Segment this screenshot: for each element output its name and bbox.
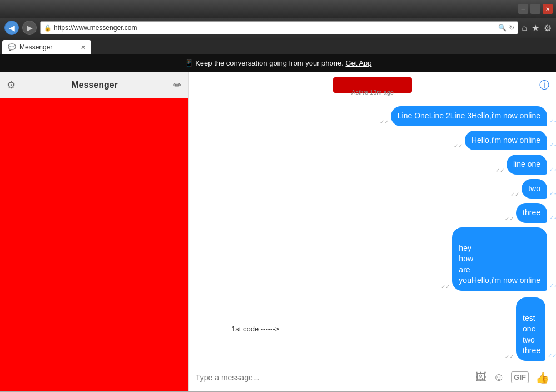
browser-toolbar: ◀ ▶ 🔒 https://www.messenger.com 🔍 ↻ ⌂ ★ …: [0, 18, 556, 38]
emoji-icon[interactable]: ☺: [493, 371, 504, 384]
banner-phone-icon: 📱: [185, 59, 193, 67]
message-row: ✓✓ line one: [198, 155, 547, 175]
message-bubble: Line OneLine 2Line 3Hello,i'm now online: [391, 106, 547, 126]
messages-container[interactable]: ✓✓ Line OneLine 2Line 3Hello,i'm now onl…: [189, 98, 556, 363]
favorites-icon[interactable]: ★: [532, 23, 539, 33]
message-row: ✓✓ three: [198, 203, 547, 223]
arrow1-row: 1st code ------> ✓✓ test one two three: [198, 297, 547, 361]
sidebar: ⚙ Messenger ✏: [0, 72, 189, 391]
message-bubble: two: [522, 179, 547, 199]
home-icon[interactable]: ⌂: [522, 23, 527, 33]
message-bubble: Hello,i'm now online: [465, 131, 547, 151]
browser-titlebar: ─ □ ✕: [0, 0, 556, 18]
tab-title: Messenger: [19, 43, 52, 51]
banner-text: Keep the conversation going from your ph…: [195, 59, 344, 67]
close-button[interactable]: ✕: [543, 4, 553, 14]
check-mark: ✓✓: [441, 284, 450, 290]
lock-icon: 🔒: [44, 24, 52, 32]
settings-icon[interactable]: ⚙: [544, 23, 552, 33]
check-mark: ✓✓: [505, 354, 514, 360]
chat-input-bar: 🖼 ☺ GIF 👍: [189, 363, 556, 391]
message-row: ✓✓ Line OneLine 2Line 3Hello,i'm now onl…: [198, 106, 547, 126]
maximize-button[interactable]: □: [530, 4, 540, 14]
check-mark: ✓✓: [380, 119, 389, 125]
sidebar-compose-icon[interactable]: ✏: [173, 79, 182, 91]
check-mark: ✓✓: [510, 191, 519, 197]
tab-bar: 💬 Messenger ✕: [0, 38, 556, 54]
address-bar[interactable]: 🔒 https://www.messenger.com 🔍 ↻: [40, 21, 518, 34]
minimize-button[interactable]: ─: [518, 4, 528, 14]
forward-button[interactable]: ▶: [22, 21, 37, 35]
message-bubble: hey how are youHello,i'm now online: [452, 227, 547, 291]
message-row: ✓✓ two: [198, 179, 547, 199]
back-button[interactable]: ◀: [4, 21, 19, 35]
messenger-tab[interactable]: 💬 Messenger ✕: [2, 40, 91, 54]
toolbar-icons: ⌂ ★ ⚙: [522, 23, 552, 33]
message-row: ✓✓ hey how are youHello,i'm now online: [198, 227, 547, 291]
search-icon: 🔍: [498, 24, 507, 32]
get-app-link[interactable]: Get App: [345, 59, 371, 67]
check-mark: ✓✓: [495, 167, 504, 173]
url-text: https://www.messenger.com: [54, 24, 496, 32]
tab-close-button[interactable]: ✕: [81, 44, 86, 51]
chat-area: Active 13m ago ⓘ ✓✓ Line OneLine 2Line 3…: [189, 72, 556, 391]
chat-header: Active 13m ago ⓘ: [189, 72, 556, 98]
sidebar-title: Messenger: [21, 80, 168, 90]
refresh-icon[interactable]: ↻: [509, 24, 514, 32]
promo-banner: 📱 Keep the conversation going from your …: [0, 54, 556, 72]
message-bubble: three: [516, 203, 547, 223]
chat-info-icon[interactable]: ⓘ: [539, 78, 549, 92]
photo-icon[interactable]: 🖼: [475, 371, 487, 384]
message-group: ✓✓ test one two three: [505, 297, 547, 361]
tab-favicon: 💬: [8, 43, 16, 51]
message-input[interactable]: [196, 373, 469, 382]
arrow1-label: 1st code ------>: [231, 325, 279, 333]
app-container: ⚙ Messenger ✏ Active 13m ago ⓘ ✓✓ Line O…: [0, 72, 556, 391]
sidebar-content: [0, 98, 188, 391]
message-bubble: line one: [507, 155, 547, 175]
chat-status: Active 13m ago: [351, 89, 394, 96]
message-bubble: test one two three: [516, 297, 545, 361]
check-mark: ✓✓: [505, 216, 514, 222]
sidebar-header: ⚙ Messenger ✏: [0, 72, 188, 98]
message-row: ✓✓ Hello,i'm now online: [198, 131, 547, 151]
gif-button[interactable]: GIF: [511, 371, 529, 383]
check-mark: ✓✓: [454, 143, 463, 149]
like-button[interactable]: 👍: [535, 371, 549, 384]
sidebar-settings-icon[interactable]: ⚙: [7, 79, 16, 91]
